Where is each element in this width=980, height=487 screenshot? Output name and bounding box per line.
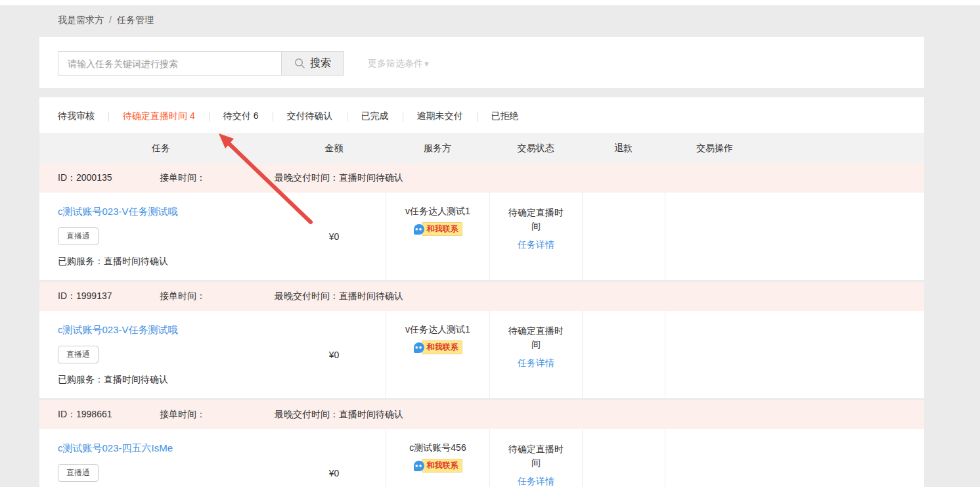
tab-pending-live-time[interactable]: 待确定直播时间4 [123, 110, 195, 122]
order-time-label: 接单时间： [160, 290, 275, 302]
header-actions: 交易操作 [665, 143, 924, 154]
task-type-tag: 直播通 [58, 227, 99, 245]
task-row-meta: ID：1999137 接单时间： 最晚交付时间：直播时间待确认 [39, 282, 924, 311]
refund-cell [582, 429, 665, 487]
task-row-body: c测试账号023-V任务测试哦 直播通 已购服务：直播时间待确认 ¥0 v任务达… [39, 193, 924, 280]
task-type-tag: 直播通 [58, 464, 99, 482]
tab-separator [209, 112, 210, 122]
search-input[interactable] [58, 52, 281, 75]
order-time-label: 接单时间： [160, 409, 275, 421]
task-detail-link[interactable]: 任务详情 [518, 239, 554, 251]
status-cell: 待确定直播时间 任务详情 [489, 311, 582, 398]
contact-me-badge[interactable]: ●● 和我联系 [414, 222, 462, 236]
tab-separator [403, 112, 403, 122]
amount-cell: ¥0 [282, 193, 386, 280]
amount-value: ¥0 [329, 231, 340, 242]
trade-status-text: 待确定直播时间 [506, 206, 566, 233]
contact-me-badge[interactable]: ●● 和我联系 [414, 340, 462, 354]
tab-completed[interactable]: 已完成 [361, 110, 389, 122]
task-id: ID：1998661 [58, 409, 160, 421]
task-row-body: c测试账号023-V任务测试哦 直播通 已购服务：直播时间待确认 ¥0 v任务达… [39, 311, 924, 398]
tab-separator [477, 112, 478, 122]
breadcrumb-page: 任务管理 [117, 14, 154, 25]
task-detail-link[interactable]: 任务详情 [518, 358, 554, 369]
chat-bubble-icon: ●● [414, 342, 424, 353]
refund-cell [582, 193, 665, 280]
purchased-service-text: 已购服务：直播时间待确认 [58, 256, 168, 267]
provider-name: c测试账号456 [409, 442, 466, 454]
task-row-meta: ID：2000135 接单时间： 最晚交付时间：直播时间待确认 [39, 164, 924, 193]
task-row-body: c测试账号023-四五六IsMe 直播通 ¥0 c测试账号456 ●● 和我联系… [39, 429, 924, 487]
breadcrumb: 我是需求方/任务管理 [39, 5, 924, 34]
task-detail-link[interactable]: 任务详情 [518, 476, 554, 487]
tab-pending-review[interactable]: 待我审核 [58, 110, 95, 122]
tab-separator [273, 112, 273, 122]
provider-name: v任务达人测试1 [405, 206, 470, 218]
header-task: 任务 [39, 143, 282, 154]
task-title-link[interactable]: c测试账号023-四五六IsMe [58, 442, 173, 455]
task-id: ID：2000135 [58, 172, 160, 184]
actions-cell [665, 193, 924, 280]
deadline-label: 最晚交付时间：直播时间待确认 [275, 290, 403, 302]
amount-value: ¥0 [329, 350, 340, 360]
purchased-service-text: 已购服务：直播时间待确认 [58, 374, 168, 386]
status-cell: 待确定直播时间 任务详情 [489, 429, 582, 487]
header-status: 交易状态 [489, 143, 582, 154]
task-title-link[interactable]: c测试账号023-V任务测试哦 [58, 324, 178, 336]
table-header-row: 任务 金额 服务方 交易状态 退款 交易操作 [39, 133, 924, 164]
task-cell: c测试账号023-V任务测试哦 直播通 已购服务：直播时间待确认 [39, 193, 282, 280]
breadcrumb-section[interactable]: 我是需求方 [58, 14, 104, 25]
search-panel: 搜索 更多筛选条件▼ [39, 37, 924, 88]
tab-separator [347, 112, 347, 122]
deadline-label: 最晚交付时间：直播时间待确认 [275, 172, 403, 184]
provider-cell: c测试账号456 ●● 和我联系 [386, 429, 489, 487]
amount-value: ¥0 [329, 468, 340, 478]
chat-bubble-icon: ●● [414, 224, 424, 235]
provider-name: v任务达人测试1 [405, 324, 470, 336]
tab-separator [108, 112, 109, 122]
trade-status-text: 待确定直播时间 [506, 324, 566, 352]
amount-cell: ¥0 [282, 311, 386, 398]
page-container: 我是需求方/任务管理 搜索 更多筛选条件▼ [39, 5, 924, 487]
task-cell: c测试账号023-V任务测试哦 直播通 已购服务：直播时间待确认 [39, 311, 282, 398]
task-row: ID：2000135 接单时间： 最晚交付时间：直播时间待确认 c测试账号023… [39, 164, 924, 280]
refund-cell [582, 311, 665, 398]
task-cell: c测试账号023-四五六IsMe 直播通 [39, 429, 282, 487]
task-row: ID：1998661 接单时间： 最晚交付时间：直播时间待确认 c测试账号023… [39, 400, 924, 487]
chat-bubble-icon: ●● [414, 461, 424, 471]
actions-cell [665, 311, 924, 398]
tab-rejected[interactable]: 已拒绝 [491, 110, 519, 122]
header-refund: 退款 [582, 143, 665, 154]
more-filters-toggle[interactable]: 更多筛选条件▼ [368, 58, 430, 70]
contact-me-label: 和我联系 [422, 340, 462, 354]
page-top-strip [0, 0, 980, 5]
contact-me-label: 和我联系 [422, 459, 462, 473]
provider-cell: v任务达人测试1 ●● 和我联系 [386, 311, 489, 398]
order-time-label: 接单时间： [160, 172, 275, 184]
contact-me-badge[interactable]: ●● 和我联系 [414, 459, 462, 473]
breadcrumb-separator: / [109, 14, 112, 25]
task-type-tag: 直播通 [58, 346, 99, 363]
amount-cell: ¥0 [282, 429, 386, 487]
trade-status-text: 待确定直播时间 [506, 442, 566, 470]
search-box: 搜索 [58, 51, 344, 76]
task-row: ID：1999137 接单时间： 最晚交付时间：直播时间待确认 c测试账号023… [39, 282, 924, 398]
task-title-link[interactable]: c测试账号023-V任务测试哦 [58, 206, 178, 218]
task-list-panel: 待我审核 待确定直播时间4 待交付6 交付待确认 已完成 逾期未交付 已拒绝 任… [39, 97, 924, 487]
status-tabs: 待我审核 待确定直播时间4 待交付6 交付待确认 已完成 逾期未交付 已拒绝 [39, 97, 924, 133]
deadline-label: 最晚交付时间：直播时间待确认 [275, 409, 403, 421]
chevron-down-icon: ▼ [423, 60, 430, 68]
task-id: ID：1999137 [58, 290, 160, 302]
provider-cell: v任务达人测试1 ●● 和我联系 [386, 193, 489, 280]
tab-overdue[interactable]: 逾期未交付 [417, 110, 463, 122]
actions-cell [665, 429, 924, 487]
search-button-label: 搜索 [310, 57, 331, 70]
header-amount: 金额 [282, 143, 386, 154]
search-button[interactable]: 搜索 [281, 52, 344, 75]
contact-me-label: 和我联系 [422, 222, 462, 236]
tab-pending-delivery[interactable]: 待交付6 [223, 110, 259, 122]
status-cell: 待确定直播时间 任务详情 [489, 193, 582, 280]
tab-delivery-confirm[interactable]: 交付待确认 [287, 110, 333, 122]
task-row-meta: ID：1998661 接单时间： 最晚交付时间：直播时间待确认 [39, 400, 924, 429]
magnifier-icon [294, 58, 305, 69]
